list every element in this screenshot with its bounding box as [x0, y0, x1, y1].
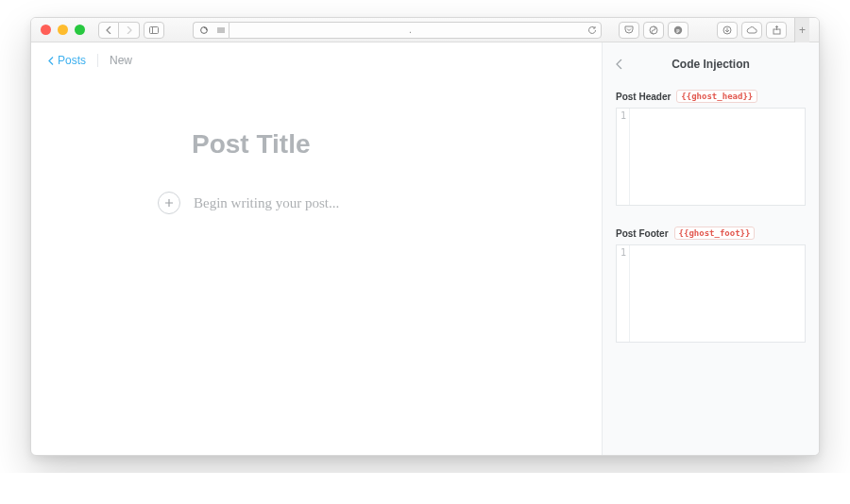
- maximize-window-button[interactable]: [75, 25, 85, 35]
- address-bar: [193, 22, 602, 39]
- ghost-foot-tag: {{ghost_foot}}: [674, 227, 756, 240]
- sidebar-header: Code Injection: [616, 52, 806, 76]
- breadcrumb-separator: [97, 54, 98, 67]
- breadcrumb-back-label: Posts: [58, 54, 86, 67]
- minimize-window-button[interactable]: [58, 25, 68, 35]
- editor-pane: Posts New Begin writing your post...: [31, 42, 602, 455]
- settings-sidebar: Code Injection Post Header {{ghost_head}…: [602, 42, 819, 455]
- toolbar-right: p: [619, 22, 787, 39]
- yin-yang-icon[interactable]: [643, 22, 664, 39]
- titlebar: p +: [31, 18, 819, 42]
- download-icon[interactable]: [717, 22, 738, 39]
- gutter: 1: [617, 245, 630, 342]
- close-window-button[interactable]: [41, 25, 51, 35]
- post-header-code-input[interactable]: [630, 109, 805, 205]
- breadcrumb: Posts New: [31, 42, 602, 78]
- new-tab-button[interactable]: +: [794, 18, 809, 42]
- svg-rect-0: [150, 26, 159, 33]
- post-footer-label-row: Post Footer {{ghost_foot}}: [616, 227, 806, 240]
- add-card-button[interactable]: [158, 192, 180, 214]
- post-title-input[interactable]: [192, 129, 570, 160]
- nav-buttons: [98, 22, 140, 39]
- sidebar-toggle-button[interactable]: [144, 22, 164, 39]
- back-button[interactable]: [98, 22, 119, 39]
- plus-icon: [164, 198, 174, 208]
- chevron-left-icon: [616, 59, 622, 70]
- cloud-icon[interactable]: [741, 22, 762, 39]
- line-number: 1: [617, 247, 626, 258]
- sidebar-title: Code Injection: [672, 58, 750, 71]
- share-icon[interactable]: [766, 22, 787, 39]
- post-footer-code-input[interactable]: [630, 245, 805, 342]
- post-footer-label: Post Footer: [616, 228, 669, 239]
- post-header-code-box: 1: [616, 108, 806, 206]
- chevron-left-icon: [48, 57, 54, 65]
- reload-icon[interactable]: [586, 25, 598, 36]
- address-input[interactable]: [229, 22, 602, 39]
- forward-button[interactable]: [119, 22, 140, 39]
- gutter: 1: [617, 109, 630, 205]
- pocket-icon[interactable]: [619, 22, 639, 39]
- post-header-label-row: Post Header {{ghost_head}}: [616, 90, 806, 103]
- ghost-head-tag: {{ghost_head}}: [676, 90, 757, 103]
- window-controls: [41, 25, 85, 35]
- post-footer-code-box: 1: [616, 244, 806, 343]
- line-number: 1: [617, 110, 626, 121]
- post-body-placeholder[interactable]: Begin writing your post...: [194, 195, 339, 211]
- app-content: Posts New Begin writing your post...: [31, 42, 819, 455]
- breadcrumb-back-link[interactable]: Posts: [48, 54, 86, 67]
- sidebar-back-button[interactable]: [616, 59, 622, 70]
- site-menu-icon[interactable]: [213, 22, 229, 39]
- pinterest-icon[interactable]: p: [668, 22, 688, 39]
- post-area: Begin writing your post...: [31, 78, 602, 214]
- breadcrumb-current: New: [110, 54, 132, 67]
- reader-icon[interactable]: [193, 22, 213, 39]
- browser-window: p + Posts New: [30, 17, 820, 456]
- post-header-label: Post Header: [616, 92, 671, 102]
